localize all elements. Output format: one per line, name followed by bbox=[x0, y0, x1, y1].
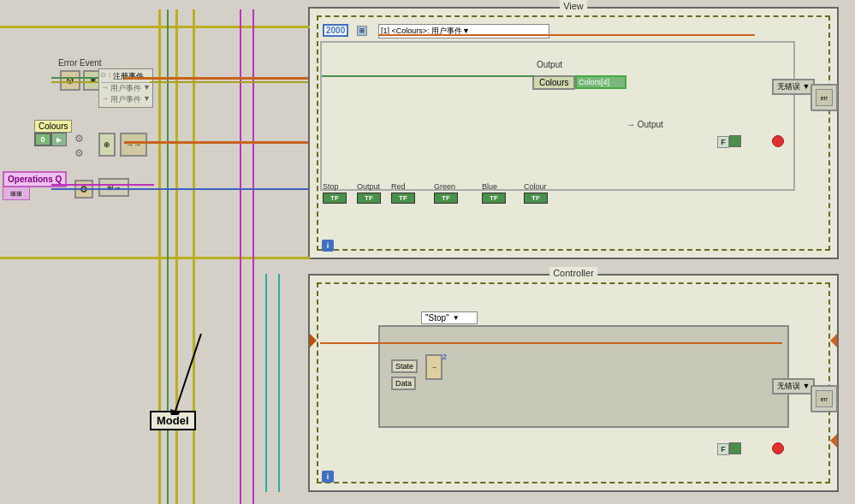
outer-wire-top-view bbox=[0, 26, 310, 28]
colours-arrow: ▶ bbox=[51, 133, 67, 146]
orange-triangle-bot bbox=[830, 434, 837, 448]
colours-label: Colours bbox=[34, 120, 72, 133]
red-circle-controller bbox=[772, 442, 784, 454]
register-event-node: D ↕ 注册事件 →用户事件▼ →用户事件▼ bbox=[98, 68, 153, 108]
num-2000-display: 2000 bbox=[323, 24, 348, 37]
wire-magenta-ops bbox=[51, 184, 154, 186]
wire-green-errorevent bbox=[51, 77, 98, 79]
model-arrow bbox=[150, 334, 218, 415]
wire-magenta-v bbox=[240, 9, 241, 504]
blue-button-ind: TF bbox=[482, 193, 506, 204]
main-canvas: View 2000 ⊞ [1] <Colours>: 用户事件▼ Output … bbox=[0, 0, 855, 504]
error-event-label: Error Event bbox=[58, 58, 102, 68]
timer-icon: ⊞ bbox=[357, 26, 367, 36]
output-btn-ind: TF bbox=[357, 193, 381, 204]
colours-dropdown[interactable]: [1] <Colours>: 用户事件▼ bbox=[378, 24, 549, 39]
ops-q-indicator: ⊞⊞ bbox=[3, 187, 30, 200]
wire-magenta-v2 bbox=[252, 9, 254, 504]
wire-orange-h-colours bbox=[124, 141, 308, 144]
bundle-node: → bbox=[425, 354, 442, 380]
colours-bundle: ⊕ bbox=[98, 133, 116, 157]
wire-cyan-v2 bbox=[278, 274, 280, 492]
bundle-2-label: 2 bbox=[442, 353, 447, 361]
info-btn-view[interactable]: i bbox=[322, 240, 334, 252]
orange-left-triangle bbox=[310, 334, 317, 347]
error-cluster-inner-view: err bbox=[816, 89, 833, 106]
gear-left-2: ⚙ bbox=[74, 147, 84, 159]
error-cluster-view: err bbox=[810, 84, 838, 111]
error-cluster-controller: err bbox=[810, 385, 838, 412]
red-button-ind: TF bbox=[391, 193, 415, 204]
no-error-view: 无错误 ▼ bbox=[772, 79, 815, 95]
green-sq-view bbox=[729, 135, 741, 147]
controller-panel-title: Controller bbox=[549, 267, 597, 279]
no-error-controller: 无错误 ▼ bbox=[772, 378, 815, 394]
ops-select: ⊞→ bbox=[98, 178, 129, 197]
output-btn-label: Output bbox=[357, 182, 380, 191]
colours-numeric: 0 bbox=[34, 133, 51, 146]
colour-button-ind: TF bbox=[524, 193, 548, 204]
f-indicator-view: F bbox=[717, 136, 729, 148]
error-cluster-inner-controller: err bbox=[816, 390, 833, 407]
controller-panel: Controller "Stop"▼ State Data → 2 F bbox=[308, 274, 839, 492]
info-btn-controller[interactable]: i bbox=[322, 471, 334, 483]
red-circle-view bbox=[772, 135, 784, 147]
f-indicator-controller: F bbox=[717, 443, 729, 455]
state-node: State bbox=[391, 359, 418, 373]
data-node: Data bbox=[391, 377, 416, 390]
wire-yellow-h-top bbox=[150, 81, 308, 83]
colours-iterate: →→ bbox=[120, 133, 147, 157]
wire-blue-ops bbox=[51, 188, 308, 190]
wire-orange-top bbox=[378, 34, 755, 36]
orange-triangle-top bbox=[830, 334, 837, 347]
wire-orange-h-main bbox=[124, 77, 308, 80]
wire-orange-controller bbox=[320, 342, 782, 344]
wire-cyan-v bbox=[265, 274, 267, 492]
green-sq-controller bbox=[729, 442, 741, 454]
outer-wire-bottom-view bbox=[0, 257, 310, 259]
view-panel: View 2000 ⊞ [1] <Colours>: 用户事件▼ Output … bbox=[308, 7, 839, 259]
stop-selector[interactable]: "Stop"▼ bbox=[421, 311, 478, 324]
green-button-ind: TF bbox=[434, 193, 458, 204]
view-panel-title: View bbox=[560, 0, 587, 12]
gear-left-1: ⚙ bbox=[74, 133, 84, 145]
svg-line-0 bbox=[175, 334, 201, 411]
case-structure-view bbox=[320, 41, 795, 191]
wire-yellow-errorevent bbox=[51, 81, 98, 83]
stop-button-ind: TF bbox=[323, 193, 347, 204]
error-event-node: ⚙ bbox=[60, 70, 80, 91]
